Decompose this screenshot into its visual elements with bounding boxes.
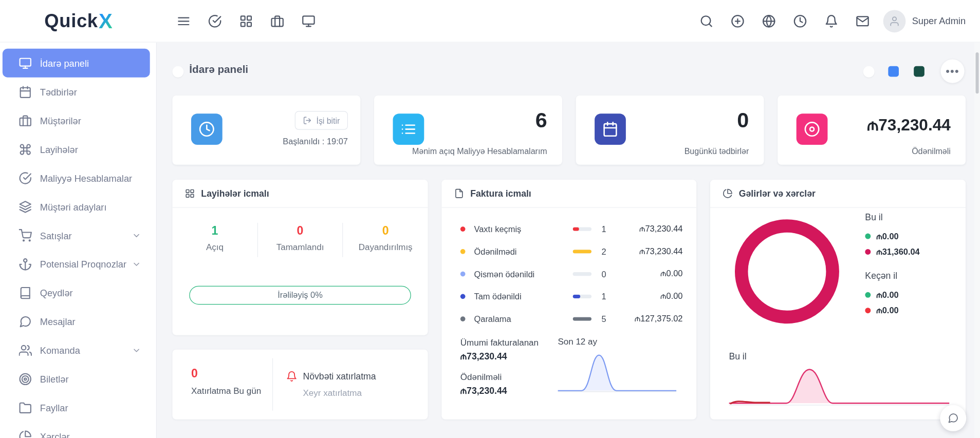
menu-icon bbox=[177, 14, 191, 28]
projects-overview-header: Layihələr icmalı bbox=[172, 180, 428, 208]
chat-fab-button[interactable] bbox=[940, 405, 966, 431]
invoice-status-label: Qismən ödənildi bbox=[465, 269, 572, 278]
next-reminder-label: Növbəti xatırlatma bbox=[303, 371, 376, 381]
logout-icon bbox=[303, 116, 312, 125]
layers-icon bbox=[19, 200, 32, 214]
invoice-status-row: Tam ödənildi 1 ₼0.00 bbox=[441, 285, 696, 308]
sidebar-item-clients[interactable]: Müştərilər bbox=[3, 106, 150, 135]
layout-option-dark[interactable] bbox=[914, 66, 924, 77]
status-dot bbox=[460, 316, 466, 321]
anchor-icon bbox=[19, 257, 32, 271]
invoice-status-row: Qismən ödənildi 0 ₼0.00 bbox=[441, 263, 696, 285]
search-icon bbox=[699, 14, 713, 28]
sidebar-item-estimates[interactable]: Potensial Proqnozlar bbox=[3, 250, 150, 278]
notifications-button[interactable] bbox=[819, 8, 844, 33]
sidebar-item-files[interactable]: Fayllar bbox=[3, 393, 150, 422]
sidebar-item-notes[interactable]: Qeydlər bbox=[3, 278, 150, 307]
sidebar-item-label: Satışlar bbox=[40, 230, 72, 241]
invoice-count: 1 bbox=[601, 292, 620, 301]
invoice-count: 2 bbox=[601, 247, 620, 256]
open-finance-count: 6 bbox=[535, 108, 547, 132]
apps-shortcut-button[interactable] bbox=[234, 8, 259, 33]
calendar-icon bbox=[595, 113, 626, 145]
invoice-status-label: Qaralama bbox=[465, 314, 572, 323]
invoice-bar-fill bbox=[573, 227, 579, 231]
grid-icon bbox=[185, 188, 195, 198]
tasks-shortcut-button[interactable] bbox=[202, 8, 228, 33]
brand-logo[interactable]: QuickX bbox=[0, 9, 157, 33]
sidebar-item-label: Komanda bbox=[40, 345, 80, 356]
sidebar-item-events[interactable]: Tədbirlər bbox=[3, 78, 150, 106]
invoice-status-label: Vaxtı keçmiş bbox=[465, 224, 572, 234]
today-events-label: Bugünkü tədbirlər bbox=[591, 147, 749, 156]
projects-stats: 1 Açıq 0 Tamamlandı 0 Dayandırılmış bbox=[172, 223, 428, 257]
target-icon bbox=[19, 372, 32, 386]
end-work-label: İşi bitir bbox=[317, 116, 340, 125]
list-icon bbox=[393, 113, 424, 145]
chevron-down-icon bbox=[132, 259, 141, 269]
invoice-status-label: Ödənilmədi bbox=[465, 247, 572, 256]
projects-overview-title: Layihələr icmalı bbox=[201, 188, 269, 198]
status-dot bbox=[460, 249, 466, 254]
income-dot bbox=[865, 234, 871, 239]
scrollbar-track[interactable] bbox=[974, 43, 980, 438]
total-invoiced-label: Ümumi fakturalanan bbox=[460, 336, 558, 350]
invoice-status-list: Vaxtı keçmiş 1 ₼73,230.44 Ödənilmədi 2 ₼… bbox=[441, 218, 696, 330]
brand-name-suffix: X bbox=[99, 9, 113, 33]
last-12-months-label: Son 12 ay bbox=[558, 336, 684, 346]
amount-due-value: ₼73,230.44 bbox=[867, 116, 951, 135]
invoice-amount: ₼0.00 bbox=[620, 292, 683, 301]
area-chart-label: Bu il bbox=[729, 351, 746, 361]
income-expenses-donut-chart bbox=[734, 219, 839, 324]
expense-dot bbox=[865, 308, 871, 313]
projects-overview-card: Layihələr icmalı 1 Açıq 0 Tamamlandı 0 D… bbox=[172, 180, 428, 335]
layout-option-blue[interactable] bbox=[888, 66, 899, 77]
app-viewport: QuickX Super Admin İdarə paneli Tədbirlə… bbox=[0, 0, 980, 438]
sidebar-item-label: Biletlər bbox=[40, 373, 69, 384]
reminders-card: 0 Xatırlatma Bu gün Növbəti xatırlatma X… bbox=[172, 350, 428, 420]
invoice-sparkline-chart bbox=[558, 351, 676, 392]
search-button[interactable] bbox=[694, 8, 719, 33]
page-title-dot[interactable] bbox=[172, 66, 183, 78]
invoice-bar bbox=[573, 272, 591, 276]
timer-button[interactable] bbox=[788, 8, 813, 33]
sidebar-item-label: Qeydlər bbox=[40, 288, 73, 298]
amount-due-card: ₼73,230.44 Ödənilməli bbox=[778, 96, 966, 165]
sidebar-item-projects[interactable]: Layihələr bbox=[3, 135, 150, 164]
projects-onhold-label: Dayandırılmış bbox=[343, 242, 428, 252]
language-button[interactable] bbox=[756, 8, 782, 33]
scrollbar-thumb[interactable] bbox=[976, 52, 979, 93]
top-header: QuickX Super Admin bbox=[0, 0, 980, 43]
projects-onhold-count: 0 bbox=[343, 224, 428, 238]
sidebar-item-label: Maliyyə Hesablamalar bbox=[40, 173, 132, 183]
monitor-icon bbox=[19, 56, 32, 70]
dashboard-shortcut-button[interactable] bbox=[296, 8, 321, 33]
page-more-button[interactable]: ••• bbox=[940, 59, 964, 83]
pie-chart-icon bbox=[19, 430, 32, 438]
sidebar-item-messages[interactable]: Mesajlar bbox=[3, 307, 150, 336]
last-year-label: Keçən il bbox=[865, 271, 919, 280]
user-avatar[interactable] bbox=[883, 10, 906, 32]
layout-option-light[interactable] bbox=[863, 66, 875, 78]
user-name[interactable]: Super Admin bbox=[912, 15, 966, 26]
projects-completed-label: Tamamlandı bbox=[258, 242, 343, 252]
sidebar-item-sales[interactable]: Satışlar bbox=[3, 221, 150, 250]
sidebar-item-dashboard[interactable]: İdarə paneli bbox=[3, 49, 150, 78]
next-reminder-value: Xeyr xatırlatma bbox=[286, 388, 376, 397]
sidebar-item-finance[interactable]: Maliyyə Hesablamalar bbox=[3, 163, 150, 192]
calendar-icon bbox=[19, 85, 32, 99]
bell-icon bbox=[825, 14, 839, 28]
sidebar-item-expenses[interactable]: Xərclər bbox=[3, 422, 150, 438]
sidebar-item-tickets[interactable]: Biletlər bbox=[3, 365, 150, 393]
messages-button[interactable] bbox=[850, 8, 875, 33]
income-dot bbox=[865, 292, 871, 298]
sidebar-item-leads[interactable]: Müştəri adayları bbox=[3, 192, 150, 221]
sidebar-item-team[interactable]: Komanda bbox=[3, 336, 150, 365]
clients-shortcut-button[interactable] bbox=[265, 8, 290, 33]
quick-add-button[interactable] bbox=[725, 8, 750, 33]
last-year-expense: ₼0.00 bbox=[876, 306, 898, 315]
sidebar-toggle-button[interactable] bbox=[171, 8, 196, 33]
status-dot bbox=[460, 226, 466, 232]
end-work-button[interactable]: İşi bitir bbox=[295, 111, 348, 129]
sidebar-item-label: Fayllar bbox=[40, 402, 68, 413]
